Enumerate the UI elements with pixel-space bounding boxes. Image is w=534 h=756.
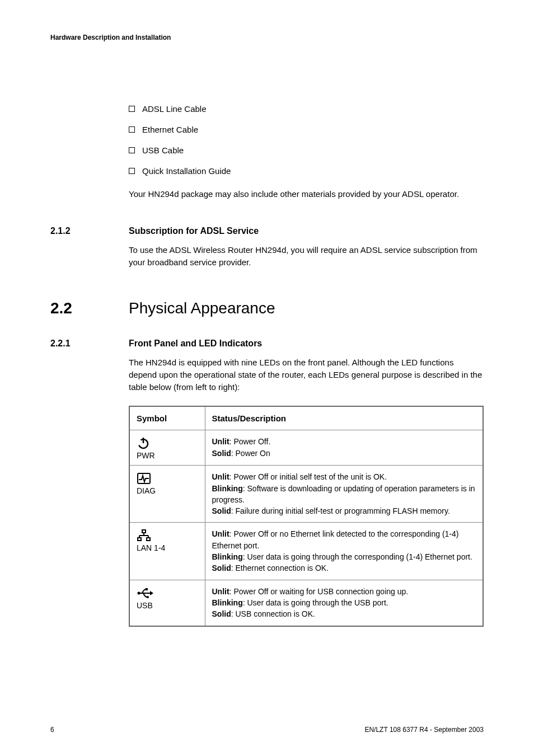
- power-icon: [137, 436, 150, 450]
- status-cell: Unlit: Power Off or no Ethernet link det…: [205, 523, 483, 580]
- svg-rect-4: [138, 538, 141, 541]
- section-221-heading: 2.2.1 Front Panel and LED Indicators: [50, 339, 484, 349]
- symbol-label: LAN 1-4: [137, 544, 165, 552]
- section-22-heading: 2.2 Physical Appearance: [50, 299, 484, 317]
- page-number: 6: [50, 726, 54, 734]
- status-cell: Unlit: Power Off. Solid: Power On: [205, 430, 483, 466]
- section-212-heading: 2.1.2 Subscription for ADSL Service: [50, 226, 484, 236]
- section-212-body: To use the ADSL Wireless Router HN294d, …: [129, 244, 484, 269]
- page-footer: 6 EN/LZT 108 6377 R4 - September 2003: [50, 726, 484, 734]
- bullet-item: ADSL Line Cable: [129, 103, 484, 115]
- section-title: Physical Appearance: [129, 299, 275, 317]
- status-cell: Unlit: Power Off or initial self test of…: [205, 466, 483, 523]
- symbol-label: USB: [137, 602, 153, 609]
- lan-icon: [137, 528, 151, 543]
- doc-id: EN/LZT 108 6377 R4 - September 2003: [364, 726, 484, 734]
- status-cell: Unlit: Power Off or waiting for USB conn…: [205, 580, 483, 626]
- bullet-item: Quick Installation Guide: [129, 165, 484, 177]
- section-number: 2.2: [50, 299, 129, 317]
- table-row: LAN 1-4 Unlit: Power Off or no Ethernet …: [129, 523, 483, 580]
- table-row: PWR Unlit: Power Off. Solid: Power On: [129, 430, 483, 466]
- bullet-item: Ethernet Cable: [129, 124, 484, 135]
- section-number: 2.1.2: [50, 226, 129, 236]
- svg-point-14: [147, 596, 149, 598]
- led-table: Symbol Status/Description PWR Unlit: Pow…: [129, 406, 484, 627]
- svg-rect-5: [147, 538, 150, 541]
- symbol-label: PWR: [137, 452, 155, 459]
- running-header: Hardware Description and Installation: [50, 34, 484, 41]
- svg-rect-3: [142, 530, 146, 533]
- bullet-block: ADSL Line Cable Ethernet Cable USB Cable…: [129, 103, 484, 200]
- diag-icon: [137, 471, 151, 486]
- section-title: Front Panel and LED Indicators: [129, 339, 262, 349]
- table-header-symbol: Symbol: [129, 406, 205, 430]
- section-221-body: The HN294d is equipped with nine LEDs on…: [129, 356, 484, 393]
- svg-marker-12: [150, 591, 153, 595]
- table-row: DIAG Unlit: Power Off or initial self te…: [129, 466, 483, 523]
- section-number: 2.2.1: [50, 339, 129, 349]
- table-row: USB Unlit: Power Off or waiting for USB …: [129, 580, 483, 626]
- symbol-label: DIAG: [137, 487, 156, 495]
- usb-icon: [137, 586, 153, 600]
- svg-rect-13: [146, 588, 148, 590]
- table-header-status: Status/Description: [205, 406, 483, 430]
- section-title: Subscription for ADSL Service: [129, 226, 259, 236]
- bullet-item: USB Cable: [129, 144, 484, 156]
- intro-paragraph: Your HN294d package may also include oth…: [129, 188, 484, 200]
